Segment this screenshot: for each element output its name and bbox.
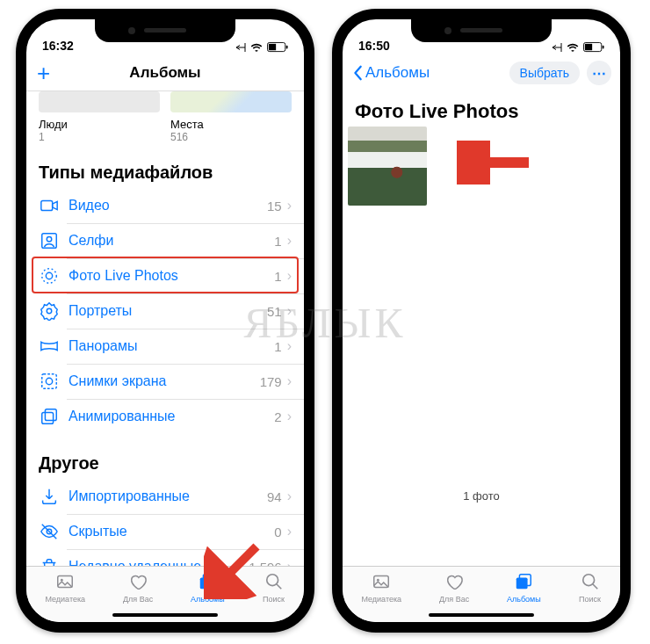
portrait-icon [39,300,60,322]
svg-rect-4 [42,234,57,249]
section-media-types: Типы медиафайлов [26,143,304,188]
row-count: 1 [274,339,281,354]
svg-rect-21 [585,44,592,50]
tab-icon [512,572,535,593]
tab-label: Для Вас [123,595,153,604]
tab-icon [263,572,285,593]
row-label: Недавно удаленные [69,559,249,566]
media-row-4[interactable]: Панорамы1› [26,329,304,364]
svg-point-18 [266,575,278,586]
tab-Поиск[interactable]: Поиск [579,572,602,604]
svg-point-8 [47,308,52,314]
row-label: Селфи [69,233,274,249]
media-row-6[interactable]: Анимированные2› [26,399,304,434]
tab-icon [579,572,602,593]
media-row-2[interactable]: Фото Live Photos1› [26,258,304,293]
hidden-icon [39,521,60,542]
row-label: Снимки экрана [69,373,260,389]
tab-Альбомы[interactable]: Альбомы [191,572,225,604]
chevron-right-icon: › [287,524,292,539]
svg-rect-2 [286,46,288,49]
status-time: 16:32 [42,39,74,53]
page-title: Фото Live Photos [343,91,620,127]
card-places-thumb [170,91,292,112]
tab-label: Медиатека [361,595,401,604]
chevron-right-icon: › [287,303,292,319]
card-people-title: Люди [39,118,160,131]
tab-icon [443,572,466,593]
more-button[interactable]: ⋯ [587,61,611,85]
row-count: 179 [260,374,282,389]
row-label: Портреты [69,303,267,319]
content-left: Люди 1 Места 516 Типы медиафайлов Видео1… [26,91,304,566]
other-row-0[interactable]: Импортированные94› [26,479,304,514]
row-count: 15 [267,199,282,213]
video-icon [39,195,60,216]
animated-icon [39,406,60,427]
row-count: 51 [267,304,282,319]
row-label: Фото Live Photos [69,268,274,284]
plus-icon: + [37,62,50,84]
svg-rect-16 [200,577,212,589]
svg-rect-9 [42,374,57,389]
row-count: 1 596 [249,560,282,567]
nav-bar: Альбомы Выбрать ⋯ [343,54,620,91]
other-row-2[interactable]: Недавно удаленные1 596› [26,549,304,566]
chevron-right-icon: › [287,409,292,424]
tab-label: Для Вас [439,595,469,604]
tab-Для Вас[interactable]: Для Вас [439,572,469,604]
select-button[interactable]: Выбрать [509,62,580,84]
tab-label: Альбомы [191,595,225,604]
card-places[interactable]: Места 516 [170,91,292,143]
card-people-count: 1 [39,131,160,143]
livephotos-icon [39,265,60,286]
tab-Поиск[interactable]: Поиск [263,572,285,604]
svg-rect-22 [603,46,604,49]
tab-Медиатека[interactable]: Медиатека [361,572,401,604]
tab-label: Поиск [263,595,285,604]
card-people-thumb [39,91,160,112]
media-row-5[interactable]: Снимки экрана179› [26,364,304,399]
import-icon [39,486,60,507]
phone-left: 16:32 + Альбомы Люди 1 Места 51 [16,9,314,633]
chevron-right-icon: › [287,373,292,389]
tab-label: Медиатека [45,595,85,604]
media-row-3[interactable]: Портреты51› [26,293,304,329]
other-row-1[interactable]: Скрытые0› [26,514,304,549]
ellipsis-icon: ⋯ [592,65,606,82]
screenshot-icon [39,371,60,392]
back-button[interactable]: Альбомы [353,64,430,82]
tab-Медиатека[interactable]: Медиатека [45,572,85,604]
row-count: 2 [274,409,281,424]
svg-rect-12 [45,409,56,421]
svg-point-27 [582,575,594,586]
card-people[interactable]: Люди 1 [39,91,160,143]
chevron-right-icon: › [287,338,292,354]
media-row-0[interactable]: Видео15› [26,188,304,223]
tab-Альбомы[interactable]: Альбомы [507,572,541,604]
tab-icon [126,572,149,593]
notch [95,19,235,42]
svg-rect-25 [516,577,528,589]
svg-rect-1 [269,44,276,50]
add-button[interactable]: + [37,62,50,84]
chevron-right-icon: › [287,559,292,566]
section-other: Другое [26,434,304,479]
status-icons [552,42,604,53]
photo-thumbnail[interactable] [348,127,427,206]
phone-right: 16:50 Альбомы Выбрать ⋯ Фото Live Photos… [332,9,631,633]
row-count: 1 [274,269,281,284]
row-count: 1 [274,234,281,249]
tab-label: Поиск [579,595,601,604]
row-label: Видео [69,198,267,213]
tab-Для Вас[interactable]: Для Вас [123,572,153,604]
media-row-1[interactable]: Селфи1› [26,223,304,258]
nav-title: Альбомы [129,64,200,82]
tab-icon [196,572,219,593]
home-indicator [112,613,218,617]
card-places-count: 516 [170,131,292,143]
tab-icon [370,572,393,593]
chevron-right-icon: › [287,268,292,284]
svg-rect-11 [42,412,54,423]
chevron-right-icon: › [287,198,292,213]
